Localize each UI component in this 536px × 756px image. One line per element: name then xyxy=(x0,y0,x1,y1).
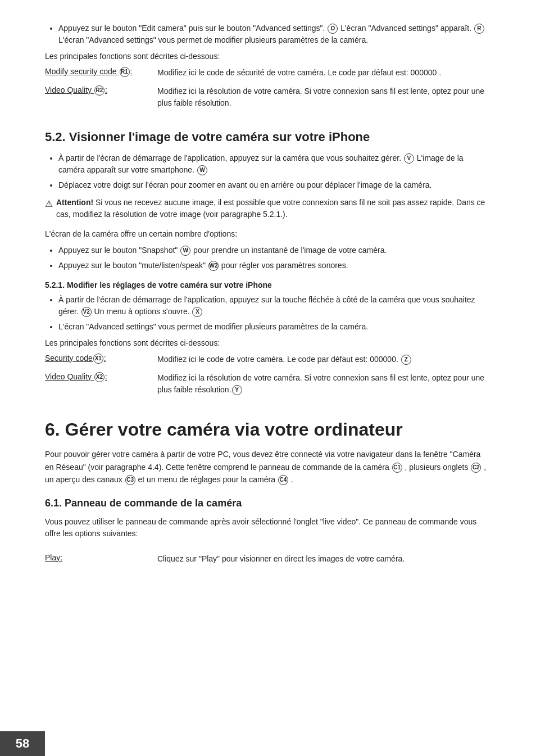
section-521-bullet-2: L'écran "Advanced settings" vous permet … xyxy=(58,321,491,333)
badge-V2: V2 xyxy=(81,307,92,317)
section-521-bullet-1: À partir de l'écran de démarrage de l'ap… xyxy=(58,294,491,318)
functions-label-2: Les principales fonctions sont décrites … xyxy=(45,337,491,349)
badge-W3: W2 xyxy=(208,261,219,271)
section-52-bullet-3: Appuyez sur le bouton "Snapshot" W pour … xyxy=(58,245,491,256)
intro-text-1: Appuyez sur le bouton "Edit camera" puis… xyxy=(58,24,485,44)
section-521-heading: 5.2.1. Modifier les réglages de votre ca… xyxy=(45,280,491,289)
section-521-bullet-2-text: L'écran "Advanced settings" vous permet … xyxy=(58,322,368,331)
badge-R1: R1 xyxy=(120,67,130,77)
page-content: Appuyez sur le bouton "Edit camera" puis… xyxy=(0,0,536,622)
desc-security-code-text: Modifiez ici le code de votre caméra. Le… xyxy=(157,355,398,364)
badge-W: W xyxy=(197,165,207,175)
badge-C2: C2 xyxy=(471,463,481,473)
def-row-modify-security: Modify security code R1: Modifiez ici le… xyxy=(45,67,491,85)
badge-C3: C3 xyxy=(125,475,135,485)
badge-C1: C1 xyxy=(392,463,402,473)
section-52-bullet-4-text: Appuyez sur le bouton "mute/listen/speak… xyxy=(58,261,348,270)
section-52-bullet-1-text: À partir de l'écran de démarrage de l'ap… xyxy=(58,153,464,174)
intro-bullet-1: Appuyez sur le bouton "Edit camera" puis… xyxy=(58,22,491,46)
page-number: 58 xyxy=(16,736,29,751)
badge-R: R xyxy=(474,24,484,34)
badge-Z: Z xyxy=(401,355,411,365)
term-security-code: Security codeX1: xyxy=(45,354,157,372)
section-52-bullet-2: Déplacez votre doigt sur l'écran pour zo… xyxy=(58,179,491,191)
desc-video-quality-2-text: Modifiez ici la résolution de votre camé… xyxy=(157,373,484,394)
badge-X: X xyxy=(192,307,202,317)
term-play: Play: xyxy=(45,553,157,572)
badge-C4: C4 xyxy=(278,475,288,485)
term-modify-security: Modify security code R1: xyxy=(45,67,157,85)
section-6-intro2: , plusieurs onglets xyxy=(405,463,469,472)
def-row-play: Play: Cliquez sur "Play" pour visionner … xyxy=(45,553,491,572)
badge-X2: X2 xyxy=(94,372,105,382)
desc-play: Cliquez sur "Play" pour visionner en dir… xyxy=(157,553,491,572)
badge-O: O xyxy=(328,24,338,34)
section-6-intro5: . xyxy=(291,475,293,484)
desc-video-quality-2: Modifiez ici la résolution de votre camé… xyxy=(157,372,491,402)
def-row-security-code: Security codeX1: Modifiez ici le code de… xyxy=(45,354,491,372)
section-52-bullet-2-text: Déplacez votre doigt sur l'écran pour zo… xyxy=(58,180,432,189)
badge-X1: X1 xyxy=(93,354,103,364)
section-52-bullet-4: Appuyez sur le bouton "mute/listen/speak… xyxy=(58,260,491,271)
badge-V: V xyxy=(404,153,414,164)
attention-content: Attention! Si vous ne recevez aucune ima… xyxy=(56,197,491,220)
desc-video-quality-1: Modifiez ici la résolution de votre camé… xyxy=(157,85,491,116)
term-video-quality-1: Video Quality R2: xyxy=(45,85,157,116)
desc-modify-security: Modifiez ici le code de sécurité de votr… xyxy=(157,67,491,85)
term-security-code-text: Security code xyxy=(45,354,93,363)
attention-text: Si vous ne recevez aucune image, il est … xyxy=(56,198,485,219)
desc-security-code: Modifiez ici le code de votre caméra. Le… xyxy=(157,354,491,372)
section-52-bullet-3-text: Appuyez sur le bouton "Snapshot" W pour … xyxy=(58,246,387,255)
attention-box: ⚠ Attention! Si vous ne recevez aucune i… xyxy=(45,197,491,220)
attention-label: Attention! xyxy=(56,198,93,207)
section-521-bullet-1-text: À partir de l'écran de démarrage de l'ap… xyxy=(58,295,475,316)
options-intro: L'écran de la caméra offre un certain no… xyxy=(45,228,491,240)
term-video-quality-2-text: Video Quality xyxy=(45,372,92,381)
section-6-intro4: et un menu de réglages pour la caméra xyxy=(138,475,275,484)
functions-label-1: Les principales fonctions sont décrites … xyxy=(45,51,491,62)
def-table-2: Security codeX1: Modifiez ici le code de… xyxy=(45,354,491,402)
badge-Y: Y xyxy=(232,385,242,395)
section-6-heading: 6. Gérer votre caméra via votre ordinate… xyxy=(45,418,491,442)
term-modify-security-text: Modify security code xyxy=(45,67,117,76)
section-52-heading: 5.2. Visionner l'image de votre caméra s… xyxy=(45,129,491,146)
badge-R2: R2 xyxy=(94,85,105,96)
section-6-intro: Pour pouvoir gérer votre caméra à partir… xyxy=(45,448,491,486)
term-video-quality-2: Video Quality X2: xyxy=(45,372,157,402)
term-play-text: Play: xyxy=(45,553,62,562)
term-video-quality-1-text: Video Quality xyxy=(45,85,92,94)
section-61-heading: 6.1. Panneau de commande de la caméra xyxy=(45,497,491,510)
def-table-1: Modify security code R1: Modifiez ici le… xyxy=(45,67,491,116)
footer-bar: 58 xyxy=(0,731,45,756)
def-row-video-quality-1: Video Quality R2: Modifiez ici la résolu… xyxy=(45,85,491,116)
warning-icon: ⚠ xyxy=(45,197,53,211)
def-row-video-quality-2: Video Quality X2: Modifiez ici la résolu… xyxy=(45,372,491,402)
section-61-intro: Vous pouvez utiliser le panneau de comma… xyxy=(45,516,491,540)
section-52-bullet-1: À partir de l'écran de démarrage de l'ap… xyxy=(58,152,491,176)
badge-W2: W xyxy=(180,246,190,256)
def-table-61: Play: Cliquez sur "Play" pour visionner … xyxy=(45,553,491,572)
